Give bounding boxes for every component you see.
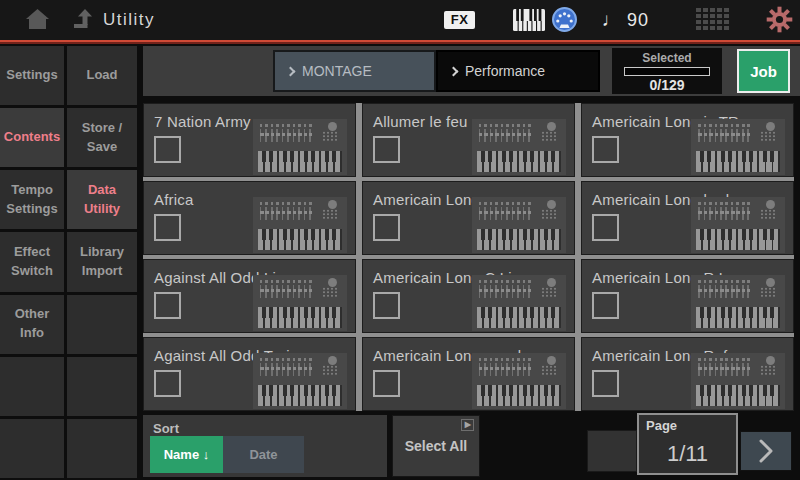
next-page-button[interactable] (740, 431, 792, 471)
file-checkbox[interactable] (592, 136, 619, 163)
sidebar-item-other-info[interactable]: Other Info (0, 295, 64, 354)
sidebar-group-column: Settings Contents Tempo Settings Effect … (0, 46, 64, 478)
sidebar-item-load[interactable]: Load (67, 46, 137, 105)
synth-thumbnail-icon (253, 275, 347, 331)
tempo-value[interactable]: 90 (627, 0, 649, 40)
gear-icon[interactable] (766, 6, 793, 37)
file-tile[interactable]: Americain Long R L (581, 259, 794, 333)
breadcrumb-content-type-label: Performance (465, 63, 545, 79)
quarter-note-icon[interactable]: ♩ (602, 0, 621, 40)
sort-by-date-button[interactable]: Date (223, 436, 304, 473)
file-checkbox[interactable] (154, 214, 181, 241)
file-tile[interactable]: Americain Long (362, 181, 575, 255)
file-checkbox[interactable] (154, 292, 181, 319)
synth-thumbnail-icon (691, 119, 785, 175)
file-tile[interactable]: Against All Odd Liv (143, 259, 356, 333)
job-button[interactable]: Job (737, 49, 790, 93)
prev-page-button[interactable] (587, 430, 637, 472)
sidebar-empty-cell (0, 357, 64, 416)
file-tile[interactable]: 7 Nation Army (143, 103, 356, 177)
sidebar-item-data-utility[interactable]: Data Utility (67, 170, 137, 229)
sidebar-item-settings[interactable]: Settings (0, 46, 64, 105)
synth-thumbnail-icon (691, 197, 785, 253)
chevron-right-icon (449, 66, 459, 76)
file-tile[interactable]: Against All Odd Trai (143, 337, 356, 411)
file-tile[interactable]: Americain Long is TR (581, 103, 794, 177)
sidebar-item-library-import[interactable]: Library Import (67, 232, 137, 291)
sidebar: Settings Contents Tempo Settings Effect … (0, 46, 137, 478)
synth-thumbnail-icon (691, 353, 785, 409)
play-marker-icon: ▶ (461, 419, 474, 431)
file-name: 7 Nation Army (154, 113, 251, 130)
chevron-right-icon (286, 66, 296, 76)
file-name: Americain Long (373, 191, 480, 208)
sidebar-item-effect-switch[interactable]: Effect Switch (0, 232, 64, 291)
midi-icon[interactable] (551, 6, 578, 37)
synth-thumbnail-icon (691, 275, 785, 331)
sort-by-name-button[interactable]: Name ↓ (150, 436, 223, 473)
pad-grid-icon[interactable] (696, 8, 732, 36)
file-tile[interactable]: Allumer le feu (362, 103, 575, 177)
page-label: Page (646, 418, 677, 433)
file-checkbox[interactable] (373, 370, 400, 397)
sidebar-empty-cell (67, 357, 137, 416)
sort-panel: Sort Name ↓ Date (143, 415, 387, 477)
sidebar-item-contents[interactable]: Contents (0, 108, 64, 167)
breadcrumb-content-type-button[interactable]: Performance (436, 50, 600, 92)
select-all-button[interactable]: ▶ Select All (392, 415, 480, 477)
file-checkbox[interactable] (373, 214, 400, 241)
page-value: 1/11 (639, 441, 736, 467)
synth-thumbnail-icon (253, 197, 347, 253)
select-all-label: Select All (405, 438, 468, 454)
home-icon[interactable] (26, 9, 49, 34)
synth-thumbnail-icon (253, 119, 347, 175)
breadcrumb-device-button[interactable]: MONTAGE (273, 50, 436, 92)
sidebar-item-tempo-settings[interactable]: Tempo Settings (0, 170, 64, 229)
sidebar-empty-cell (0, 419, 64, 478)
file-tile[interactable]: Africa (143, 181, 356, 255)
file-checkbox[interactable] (373, 136, 400, 163)
file-name: Allumer le feu (373, 113, 468, 130)
up-level-icon[interactable] (72, 9, 94, 33)
file-checkbox[interactable] (592, 214, 619, 241)
sidebar-sub-column: Load Store / Save Data Utility Library I… (67, 46, 137, 478)
file-name: Africa (154, 191, 194, 208)
file-tile[interactable]: Americain Long lord (581, 181, 794, 255)
file-checkbox[interactable] (592, 370, 619, 397)
synth-thumbnail-icon (472, 119, 566, 175)
chevron-right-icon (757, 438, 775, 464)
keyboard-icon[interactable] (513, 9, 545, 35)
file-checkbox[interactable] (154, 136, 181, 163)
page-indicator: Page 1/11 (637, 413, 738, 475)
content-header: MONTAGE Performance Selected 0/129 Job (143, 46, 800, 96)
file-checkbox[interactable] (373, 292, 400, 319)
selected-label: Selected (612, 48, 722, 65)
sidebar-empty-cell (67, 295, 137, 354)
sidebar-empty-cell (67, 419, 137, 478)
selected-count-value: 0/129 (612, 77, 722, 93)
accent-divider (0, 40, 800, 45)
top-bar: Utility FX ♩ 90 (0, 0, 800, 40)
fx-indicator[interactable]: FX (444, 11, 475, 29)
synth-thumbnail-icon (472, 197, 566, 253)
file-checkbox[interactable] (592, 292, 619, 319)
synth-thumbnail-icon (472, 353, 566, 409)
file-tile[interactable]: Americain Long coupl (362, 337, 575, 411)
file-tile[interactable]: Americain Long C Liv (362, 259, 575, 333)
sidebar-item-store-save[interactable]: Store / Save (67, 108, 137, 167)
file-checkbox[interactable] (154, 370, 181, 397)
synth-thumbnail-icon (472, 275, 566, 331)
file-tile[interactable]: Americain Long Ref (581, 337, 794, 411)
sort-label: Sort (153, 421, 179, 436)
selected-counter: Selected 0/129 (612, 48, 722, 94)
page-title: Utility (103, 0, 155, 40)
synth-thumbnail-icon (253, 353, 347, 409)
file-grid: 7 Nation Army Allumer le feu Americain L… (143, 103, 794, 411)
selected-progress-bar (624, 67, 710, 76)
breadcrumb-device-label: MONTAGE (302, 63, 372, 79)
